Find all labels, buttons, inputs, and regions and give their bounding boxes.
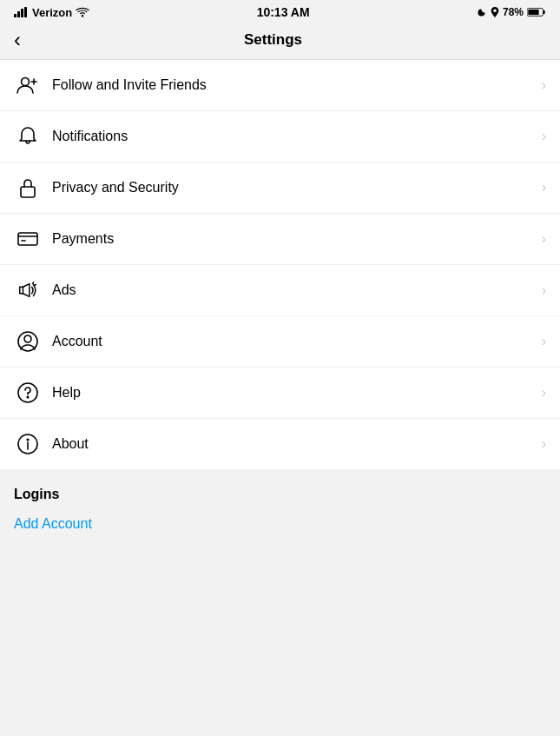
ads-label: Ads	[52, 282, 542, 298]
svg-rect-3	[24, 7, 27, 17]
battery-percentage: 78%	[503, 6, 524, 18]
back-button[interactable]: ‹	[14, 30, 28, 50]
follow-chevron: ›	[542, 77, 546, 93]
status-carrier: Verizon	[14, 6, 89, 19]
status-time: 10:13 AM	[257, 5, 310, 19]
header: ‹ Settings	[0, 23, 560, 60]
help-chevron: ›	[542, 385, 546, 401]
about-label: About	[52, 436, 542, 452]
credit-card-icon	[14, 228, 42, 250]
signal-icon	[14, 7, 29, 17]
person-circle-icon	[14, 330, 42, 353]
svg-rect-13	[18, 233, 37, 245]
svg-point-24	[27, 439, 29, 441]
svg-point-19	[24, 335, 31, 342]
add-person-icon	[14, 74, 42, 96]
settings-item-about[interactable]: About ›	[0, 419, 560, 469]
status-right: 78%	[477, 6, 546, 18]
settings-item-payments[interactable]: Payments ›	[0, 214, 560, 265]
svg-line-16	[33, 282, 34, 284]
logins-title: Logins	[14, 487, 546, 502]
payments-chevron: ›	[542, 231, 546, 247]
logins-section: Logins Add Account	[0, 469, 560, 539]
svg-point-4	[82, 15, 83, 17]
privacy-label: Privacy and Security	[52, 180, 542, 196]
svg-rect-8	[528, 10, 538, 15]
account-label: Account	[52, 334, 542, 349]
settings-item-follow[interactable]: Follow and Invite Friends ›	[0, 60, 560, 111]
settings-item-privacy[interactable]: Privacy and Security ›	[0, 162, 560, 214]
ads-chevron: ›	[542, 282, 546, 298]
svg-line-17	[34, 285, 36, 286]
location-icon	[491, 7, 499, 17]
about-chevron: ›	[542, 436, 546, 452]
account-chevron: ›	[542, 334, 546, 349]
svg-rect-1	[17, 11, 20, 17]
battery-icon	[527, 7, 546, 17]
help-label: Help	[52, 385, 542, 401]
settings-item-help[interactable]: Help ›	[0, 368, 560, 419]
payments-label: Payments	[52, 231, 542, 247]
notifications-chevron: ›	[542, 129, 546, 144]
add-account-button[interactable]: Add Account	[14, 516, 92, 532]
lock-icon	[14, 176, 42, 199]
svg-rect-0	[14, 14, 16, 17]
wifi-icon	[76, 7, 89, 17]
settings-item-notifications[interactable]: Notifications ›	[0, 111, 560, 162]
info-circle-icon	[14, 433, 42, 455]
settings-item-account[interactable]: Account ›	[0, 316, 560, 368]
svg-point-21	[27, 396, 29, 398]
svg-rect-2	[21, 9, 23, 17]
moon-icon	[477, 7, 487, 17]
svg-rect-12	[21, 187, 35, 197]
settings-list: Follow and Invite Friends › Notification…	[0, 60, 560, 469]
notifications-label: Notifications	[52, 129, 542, 144]
svg-point-9	[22, 78, 30, 86]
megaphone-icon	[14, 279, 42, 302]
settings-item-ads[interactable]: Ads ›	[0, 265, 560, 316]
privacy-chevron: ›	[542, 180, 546, 196]
carrier-name: Verizon	[32, 6, 72, 19]
follow-label: Follow and Invite Friends	[52, 77, 542, 93]
status-bar: Verizon 10:13 AM 78%	[0, 0, 560, 23]
question-circle-icon	[14, 381, 42, 404]
svg-rect-7	[544, 10, 545, 14]
svg-point-5	[493, 10, 496, 12]
page-title: Settings	[28, 31, 518, 49]
bell-icon	[14, 125, 42, 148]
